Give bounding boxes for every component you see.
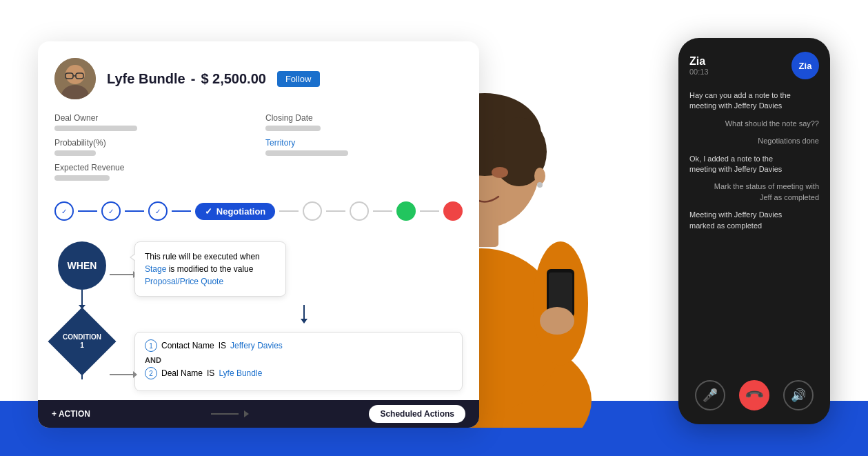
msg-1: Hay can you add a note to the meeting wi… [689,90,800,112]
stage-2: ✓ [101,201,121,221]
spacer [110,286,134,362]
stage-negotiation: ✓ Negotiation [195,203,276,220]
condition-row-1: 1 Contact Name IS Jeffery Davies [145,339,452,352]
expected-revenue-label: Expected Revenue [54,163,252,172]
deal-owner-field: Deal Owner [54,113,252,131]
line-3 [172,210,191,212]
condition-panel: 1 Contact Name IS Jeffery Davies AND 2 D… [134,332,463,391]
deal-owner-value-bar [54,126,137,131]
tooltip-value: Proposal/Price Quote [145,277,223,286]
volume-button[interactable]: 🔊 [783,380,814,410]
svg-point-17 [540,307,574,335]
stage-7 [396,201,416,221]
contact-name: Zia [689,55,709,68]
crm-header: Lyfe Bundle - $ 2,500.00 Follow [54,58,463,99]
deal-info: Lyfe Bundle - $ 2,500.00 Follow [107,71,320,87]
when-arrow-row [110,262,134,286]
svg-point-11 [537,182,543,188]
condition-1-number: 1 [145,339,157,352]
territory-value-bar [265,150,348,156]
arrow-line [211,413,239,415]
condition-2-value: Lyfe Bundle [219,368,262,378]
hangup-button[interactable]: 📞 [739,380,769,410]
hangup-icon: 📞 [743,384,765,406]
stage-3: ✓ [148,201,168,221]
msg-6: Meeting with Jeffery Davies marked as co… [689,210,800,231]
call-time: 00:13 [689,68,709,76]
territory-field: Territory [265,138,463,156]
follow-button[interactable]: Follow [277,71,320,87]
deal-separator: - [191,71,196,87]
condition-1-value: Jeffery Davies [230,341,283,350]
line-7 [420,210,439,212]
zia-initials: Zia [799,61,812,71]
when-label: WHEN [68,260,97,271]
line-1 [78,210,97,212]
tooltip-is-text: is modified to the value [169,264,254,274]
condition-shape: CONDITION1 [48,308,117,376]
msg-5: Mark the status of meeting with Jeff as … [709,181,819,203]
probability-value-bar [54,150,96,156]
line-4 [279,210,299,212]
when-to-condition-arrow [81,290,83,306]
svg-point-7 [492,167,508,178]
condition-1-field: Contact Name [161,341,214,350]
condition-arrow-row [110,362,134,386]
call-info: Zia 00:13 [689,55,709,76]
stage-name: Negotiation [216,206,266,217]
closing-date-field: Closing Date [265,113,463,131]
tooltip-stage: Stage [145,264,166,274]
msg-4: Ok, I added a note to the meeting with J… [689,154,800,175]
crm-card: Lyfe Bundle - $ 2,500.00 Follow Deal Own… [38,41,479,428]
arrow-head [244,410,249,417]
add-action-button[interactable]: + ACTION [52,409,90,419]
tooltip-text: This rule will be executed when [145,252,260,261]
condition-2-field: Deal Name [161,368,203,378]
expected-revenue-field: Expected Revenue [54,163,252,181]
mute-button[interactable]: 🎤 [695,380,725,410]
territory-label: Territory [265,138,463,148]
volume-icon: 🔊 [791,388,806,403]
when-right-arrow [110,274,134,275]
line-5 [326,210,345,212]
deal-name: Lyfe Bundle [107,71,185,87]
condition-1-operator: IS [219,341,226,350]
mute-icon: 🎤 [703,388,718,403]
condition-right-arrow [110,374,134,375]
condition-2-number: 2 [145,367,157,379]
stage-5 [303,201,322,221]
when-shape: WHEN [58,241,106,290]
msg-3: Negotiations done [758,136,819,146]
stage-8 [443,201,463,221]
closing-date-label: Closing Date [265,113,463,123]
down-arrow-1 [121,305,463,324]
action-bar: + ACTION Scheduled Actions [38,400,479,428]
chat-messages: Hay can you add a note to the meeting wi… [689,90,819,372]
phone-controls: 🎤 📞 🔊 [689,372,819,410]
scheduled-actions-button[interactable]: Scheduled Actions [369,405,465,423]
avatar [54,58,96,99]
pipeline: ✓ ✓ ✓ ✓ Negotiation [54,195,463,228]
stage-1: ✓ [54,201,74,221]
and-label: AND [145,356,452,364]
probability-label: Probability(%) [54,138,252,148]
condition-container: CONDITION1 [58,317,106,366]
fields-grid: Deal Owner Closing Date Probability(%) T… [54,113,463,181]
condition-label: CONDITION1 [63,333,101,350]
closing-date-value-bar [265,126,321,131]
tooltip-bubble: This rule will be executed when Stage is… [134,241,286,297]
deal-owner-label: Deal Owner [54,113,252,123]
stage-6 [350,201,369,221]
line-2 [125,210,144,212]
probability-field: Probability(%) [54,138,252,156]
condition-2-operator: IS [207,368,214,378]
zia-avatar: Zia [791,52,819,79]
line-6 [373,210,392,212]
expected-revenue-value-bar [54,175,110,181]
phone-mockup: Zia 00:13 Zia Hay can you add a note to … [678,38,830,424]
svg-point-19 [65,65,85,84]
condition-row-2: 2 Deal Name IS Lyfe Bundle [145,367,452,379]
svg-point-9 [534,168,545,184]
phone-header: Zia 00:13 Zia [689,52,819,79]
action-arrow-connector [211,410,249,417]
